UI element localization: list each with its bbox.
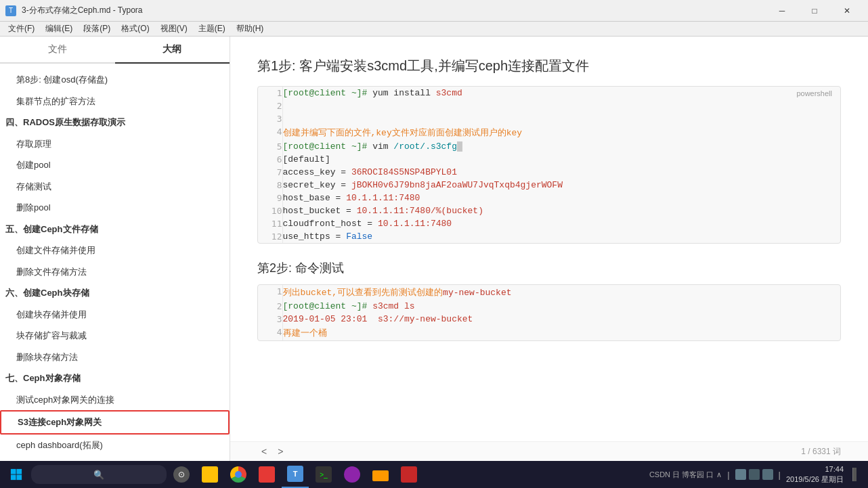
line-number: 11 <box>258 217 282 230</box>
code-table-step2: 1 列出bucket,可以查看到先前测试创建的my-new-bucket 2 [… <box>258 285 840 340</box>
line-number: 9 <box>258 192 282 204</box>
content-bottom: < > 1 / 6331 词 <box>230 441 868 461</box>
taskbar-left: 🔍 ⊙ T >_ <box>3 461 422 488</box>
taskbar-icon-chrome[interactable] <box>225 461 252 488</box>
sidebar-item-9[interactable]: 删除文件存储方法 <box>0 261 230 283</box>
sidebar-item-10[interactable]: 六、创建Ceph块存储 <box>0 282 230 304</box>
tray-icon1 <box>735 469 746 480</box>
table-row: 2 [root@client ~]# s3cmd ls <box>258 300 840 313</box>
line-number: 3 <box>258 313 282 326</box>
sidebar-item-7[interactable]: 五、创建Ceph文件存储 <box>0 219 230 240</box>
table-row: 12 use_https = False <box>258 230 840 243</box>
line-content <box>282 112 840 125</box>
table-row: 11 cloudfront_host = 10.1.1.11:7480 <box>258 217 840 230</box>
line-content: 列出bucket,可以查看到先前测试创建的my-new-bucket <box>282 285 840 300</box>
nav-right-arrow[interactable]: > <box>274 445 287 458</box>
line-content: use_https = False <box>282 230 840 243</box>
line-content: host_bucket = 10.1.1.11:7480/%(bucket) <box>282 204 840 217</box>
tray-area: CSDN 日 博客园 口 <box>649 470 714 480</box>
sidebar-item-2[interactable]: 四、RADOS原生数据存取演示 <box>0 112 230 133</box>
sidebar-tabs: 文件 大纲 <box>0 37 230 64</box>
menu-edit[interactable]: 编辑(E) <box>40 22 78 36</box>
taskbar-icon-folder[interactable] <box>367 461 394 488</box>
sidebar-item-5[interactable]: 存储测试 <box>0 176 230 198</box>
start-button[interactable] <box>3 461 30 488</box>
sidebar-item-6[interactable]: 删除pool <box>0 197 230 219</box>
sidebar-content: 第8步: 创建osd(存储盘) 集群节点的扩容方法 四、RADOS原生数据存取演… <box>0 64 230 461</box>
menu-view[interactable]: 视图(V) <box>155 22 193 36</box>
line-content: [root@client ~]# vim /root/.s3cfg <box>282 140 840 153</box>
menu-format[interactable]: 格式(O) <box>116 22 154 36</box>
line-number: 10 <box>258 204 282 217</box>
sidebar-item-4[interactable]: 创建pool <box>0 154 230 176</box>
sidebar-item-3[interactable]: 存取原理 <box>0 133 230 155</box>
sidebar-item-1[interactable]: 集群节点的扩容方法 <box>0 91 230 112</box>
sidebar-item-0[interactable]: 第8步: 创建osd(存储盘) <box>0 69 230 91</box>
line-number: 8 <box>258 179 282 192</box>
sidebar-item-8[interactable]: 创建文件存储并使用 <box>0 240 230 261</box>
table-row: 4 创建并编写下面的文件,key文件对应前面创建测试用户的key <box>258 125 840 140</box>
menu-file[interactable]: 文件(F) <box>3 22 40 36</box>
line-number: 6 <box>258 153 282 166</box>
line-content <box>282 99 840 112</box>
sidebar-item-11[interactable]: 创建块存储并使用 <box>0 304 230 326</box>
table-row: 9 host_base = 10.1.1.11:7480 <box>258 192 840 204</box>
maximize-button[interactable]: □ <box>799 0 830 22</box>
tab-files[interactable]: 文件 <box>0 37 115 62</box>
sidebar-item-14[interactable]: 七、Ceph对象存储 <box>0 368 230 389</box>
line-content: [default] <box>282 153 840 166</box>
minimize-button[interactable]: ─ <box>766 0 798 22</box>
line-content: [root@client ~]# s3cmd ls <box>282 300 840 313</box>
nav-left-arrow[interactable]: < <box>257 445 271 458</box>
taskbar-right: CSDN 日 博客园 口 ∧ | | 17:44 2019/5/26 星期日 <box>649 461 865 488</box>
sidebar-item-15[interactable]: 测试ceph对象网关的连接 <box>0 389 230 411</box>
taskbar-search[interactable]: 🔍 <box>31 465 167 484</box>
sidebar-item-18[interactable]: ceph对象存储结合owncloud打造云盘(拓展) <box>0 456 230 461</box>
tab-outline[interactable]: 大纲 <box>115 37 230 64</box>
sidebar-item-12[interactable]: 块存储扩容与裁减 <box>0 325 230 347</box>
close-button[interactable]: ✕ <box>831 0 863 22</box>
window-controls[interactable]: ─ □ ✕ <box>766 0 863 22</box>
tray-divider2: | <box>779 470 781 480</box>
step2-code-block: 1 列出bucket,可以查看到先前测试创建的my-new-bucket 2 [… <box>257 284 841 341</box>
table-row: 8 secret_key = jBOKH0v6J79bn8jaAF2oaWU7J… <box>258 179 840 192</box>
step2-title: 第2步: 命令测试 <box>257 260 841 276</box>
clock-time: 17:44 <box>786 464 844 474</box>
show-desktop-button[interactable] <box>846 461 863 488</box>
taskbar-icon-typora[interactable]: T <box>282 461 309 488</box>
code-lang-label: powershell <box>796 89 832 97</box>
table-row: 5 [root@client ~]# vim /root/.s3cfg <box>258 140 840 153</box>
taskbar-icon-red1[interactable] <box>253 461 280 488</box>
menu-paragraph[interactable]: 段落(P) <box>78 22 116 36</box>
menu-theme[interactable]: 主题(E) <box>193 22 231 36</box>
line-content: 创建并编写下面的文件,key文件对应前面创建测试用户的key <box>282 125 840 140</box>
taskbar-clock[interactable]: 17:44 2019/5/26 星期日 <box>786 464 844 485</box>
code-table-step1: 1 [root@client ~]# yum install s3cmd 2 3 <box>258 87 840 243</box>
taskbar-icon-cortana[interactable]: ⊙ <box>168 461 195 488</box>
taskbar-icon-explorer[interactable] <box>196 461 223 488</box>
taskbar-icon-media[interactable] <box>339 461 366 488</box>
tray-icon3 <box>762 469 773 480</box>
tray-expand[interactable]: ∧ <box>716 470 722 479</box>
title-bar-left: T 3-分布式存储之Ceph.md - Typora <box>5 5 143 16</box>
line-content: 2019-01-05 23:01 s3://my-new-bucket <box>282 313 840 326</box>
taskbar-icon-terminal[interactable]: >_ <box>310 461 337 488</box>
media-icon <box>344 466 360 483</box>
explorer-icon <box>202 466 218 483</box>
chrome-icon <box>230 466 246 483</box>
taskbar-icon-red2[interactable] <box>395 461 422 488</box>
svg-rect-1 <box>16 469 22 474</box>
sidebar-item-17[interactable]: ceph dashboard(拓展) <box>0 435 230 456</box>
sidebar: 文件 大纲 第8步: 创建osd(存储盘) 集群节点的扩容方法 四、RADOS原… <box>0 37 230 461</box>
title-bar: T 3-分布式存储之Ceph.md - Typora ─ □ ✕ <box>0 0 868 22</box>
sidebar-item-s3[interactable]: S3连接ceph对象网关 <box>0 410 230 435</box>
step1-code-block: powershell 1 [root@client ~]# yum instal… <box>257 86 841 244</box>
tray-icon2 <box>749 469 760 480</box>
cortana-icon: ⊙ <box>173 466 190 483</box>
line-content: 再建一个桶 <box>282 326 840 340</box>
sidebar-item-13[interactable]: 删除块存储方法 <box>0 347 230 368</box>
step1-title: 第1步: 客户端安装s3cmd工具,并编写ceph连接配置文件 <box>257 57 841 75</box>
menu-help[interactable]: 帮助(H) <box>231 22 269 36</box>
clock-date: 2019/5/26 星期日 <box>786 474 844 485</box>
line-number: 3 <box>258 112 282 125</box>
